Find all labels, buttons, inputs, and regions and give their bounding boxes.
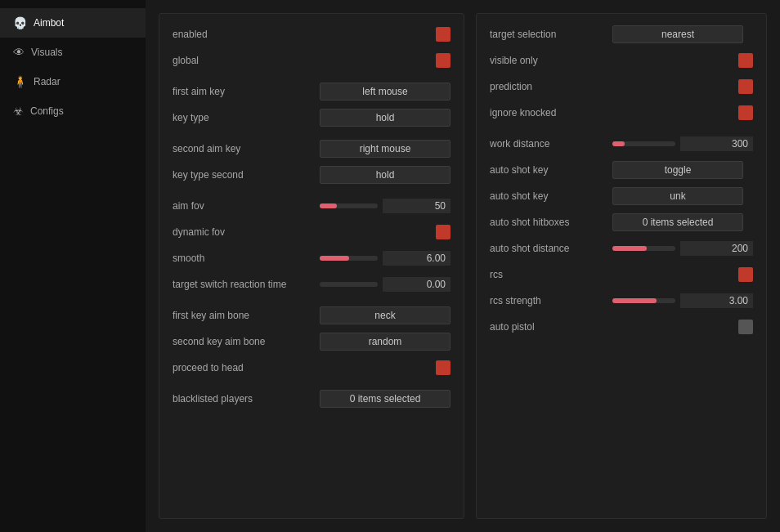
key-type-dropdown[interactable]: hold — [320, 109, 451, 127]
sidebar: 💀 Aimbot 👁 Visuals 🧍 Radar ☣ Configs — [0, 0, 146, 532]
sidebar-label-visuals: Visuals — [31, 47, 62, 58]
label-target-selection: target selection — [490, 29, 612, 40]
main-content: enabled global first aim key left mouse … — [146, 0, 780, 532]
sidebar-item-configs[interactable]: ☣ Configs — [0, 96, 146, 126]
rcs-strength-track[interactable] — [612, 298, 675, 303]
auto-shot-key-dropdown[interactable]: toggle — [612, 161, 743, 179]
label-global: global — [173, 55, 320, 66]
sidebar-label-radar: Radar — [34, 76, 61, 87]
sidebar-label-aimbot: Aimbot — [34, 17, 64, 29]
toggle-auto-pistol[interactable] — [738, 320, 753, 334]
work-distance-value: 300 — [680, 136, 753, 151]
row-auto-shot-distance: auto shot distance 200 — [490, 239, 753, 257]
second-key-aim-bone-dropdown[interactable]: random — [320, 333, 451, 351]
row-auto-shot-key2: auto shot key unk — [490, 187, 753, 205]
toggle-rcs[interactable] — [738, 267, 753, 282]
label-auto-shot-distance: auto shot distance — [490, 243, 612, 254]
label-second-key-aim-bone: second key aim bone — [173, 336, 320, 347]
work-distance-track[interactable] — [612, 141, 675, 146]
auto-shot-distance-value: 200 — [680, 241, 753, 256]
toggle-prediction[interactable] — [738, 79, 753, 94]
left-panel: enabled global first aim key left mouse … — [159, 13, 464, 519]
first-key-aim-bone-dropdown[interactable]: neck — [320, 306, 451, 324]
label-first-key-aim-bone: first key aim bone — [173, 310, 320, 321]
label-work-distance: work distance — [490, 138, 612, 150]
row-target-switch: target switch reaction time 0.00 — [173, 275, 451, 293]
label-smooth: smooth — [173, 253, 320, 264]
biohazard-icon: ☣ — [13, 105, 24, 118]
sidebar-item-radar[interactable]: 🧍 Radar — [0, 67, 146, 96]
row-key-type-second: key type second hold — [173, 166, 451, 184]
row-first-aim-key: first aim key left mouse — [173, 83, 451, 101]
target-switch-value: 0.00 — [383, 277, 451, 292]
label-second-aim-key: second aim key — [173, 143, 320, 154]
first-aim-key-dropdown[interactable]: left mouse — [320, 83, 451, 101]
label-key-type: key type — [173, 112, 320, 123]
row-key-type: key type hold — [173, 109, 451, 127]
auto-shot-key2-dropdown[interactable]: unk — [612, 187, 743, 205]
row-dynamic-fov: dynamic fov — [173, 223, 451, 241]
aim-fov-track[interactable] — [320, 203, 378, 208]
row-second-key-aim-bone: second key aim bone random — [173, 333, 451, 351]
label-auto-shot-key2: auto shot key — [490, 190, 612, 202]
label-first-aim-key: first aim key — [173, 86, 320, 97]
label-auto-shot-key: auto shot key — [490, 164, 612, 176]
row-visible-only: visible only — [490, 51, 753, 69]
row-proceed-to-head: proceed to head — [173, 359, 451, 377]
label-rcs: rcs — [490, 269, 612, 280]
auto-shot-distance-fill — [612, 246, 647, 251]
label-auto-shot-hitboxes: auto shot hitboxes — [490, 217, 612, 228]
label-dynamic-fov: dynamic fov — [173, 226, 320, 238]
auto-shot-hitboxes-dropdown[interactable]: 0 items selected — [612, 213, 743, 231]
label-blacklisted-players: blacklisted players — [173, 393, 320, 405]
sidebar-label-configs: Configs — [30, 105, 64, 117]
sidebar-item-visuals[interactable]: 👁 Visuals — [0, 38, 146, 67]
label-target-switch: target switch reaction time — [173, 279, 320, 290]
target-switch-track[interactable] — [320, 282, 378, 287]
toggle-ignore-knocked[interactable] — [738, 105, 753, 120]
row-smooth: smooth 6.00 — [173, 249, 451, 267]
row-prediction: prediction — [490, 78, 753, 96]
eye-icon: 👁 — [13, 46, 25, 59]
rcs-strength-fill — [612, 298, 657, 303]
smooth-fill — [320, 256, 349, 261]
toggle-visible-only[interactable] — [738, 53, 753, 68]
rcs-strength-value: 3.00 — [680, 293, 753, 308]
auto-shot-distance-track[interactable] — [612, 246, 675, 251]
row-auto-shot-key: auto shot key toggle — [490, 161, 753, 179]
work-distance-fill — [612, 141, 625, 146]
key-type-second-dropdown[interactable]: hold — [320, 166, 451, 184]
skull-icon: 💀 — [13, 16, 27, 29]
blacklisted-players-dropdown[interactable]: 0 items selected — [320, 390, 451, 408]
row-auto-pistol: auto pistol — [490, 318, 753, 336]
row-enabled: enabled — [173, 25, 451, 43]
label-key-type-second: key type second — [173, 169, 320, 181]
toggle-proceed-to-head[interactable] — [436, 360, 451, 375]
second-aim-key-dropdown[interactable]: right mouse — [320, 140, 451, 158]
toggle-enabled[interactable] — [436, 27, 451, 42]
row-blacklisted-players: blacklisted players 0 items selected — [173, 390, 451, 408]
row-work-distance: work distance 300 — [490, 135, 753, 153]
row-rcs: rcs — [490, 266, 753, 284]
toggle-dynamic-fov[interactable] — [436, 225, 451, 239]
aim-fov-value: 50 — [383, 199, 451, 213]
aim-fov-fill — [320, 203, 337, 208]
label-proceed-to-head: proceed to head — [173, 362, 320, 373]
radar-icon: 🧍 — [13, 75, 27, 88]
label-visible-only: visible only — [490, 55, 612, 66]
label-prediction: prediction — [490, 81, 612, 92]
smooth-track[interactable] — [320, 256, 378, 261]
row-first-key-aim-bone: first key aim bone neck — [173, 306, 451, 324]
label-enabled: enabled — [173, 29, 320, 40]
label-auto-pistol: auto pistol — [490, 321, 612, 333]
row-auto-shot-hitboxes: auto shot hitboxes 0 items selected — [490, 213, 753, 231]
target-selection-dropdown[interactable]: nearest — [612, 25, 743, 43]
toggle-global[interactable] — [436, 53, 451, 68]
row-ignore-knocked: ignore knocked — [490, 104, 753, 122]
row-target-selection: target selection nearest — [490, 25, 753, 43]
right-panel: target selection nearest visible only pr… — [476, 13, 767, 519]
sidebar-item-aimbot[interactable]: 💀 Aimbot — [0, 8, 146, 38]
row-second-aim-key: second aim key right mouse — [173, 140, 451, 158]
label-rcs-strength: rcs strength — [490, 295, 612, 306]
label-ignore-knocked: ignore knocked — [490, 107, 612, 118]
